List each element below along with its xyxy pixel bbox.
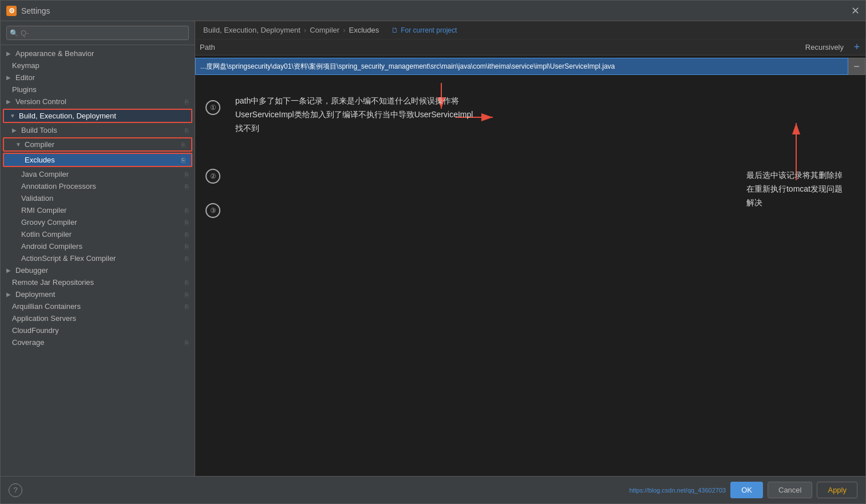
- sidebar-item-label: Excludes: [25, 156, 179, 164]
- sidebar-item-actionscript-compiler[interactable]: ActionScript & Flex Compiler ⎘: [1, 252, 195, 264]
- sidebar-item-label: Appearance & Behavior: [15, 49, 189, 58]
- for-current-project: 🗋 For current project: [392, 26, 457, 34]
- copy-icon: ⎘: [181, 141, 185, 148]
- excludes-group: Excludes ⎘: [3, 153, 192, 167]
- copy-icon: ⎘: [185, 243, 189, 250]
- breadcrumb-part3: Excludes: [349, 26, 379, 34]
- bottom-bar: ? https://blog.csdn.net/qq_43602703 OK C…: [1, 476, 865, 503]
- sidebar-item-annotation-processors[interactable]: Annotation Processors ⎘: [1, 180, 195, 192]
- copy-icon: ⎘: [185, 98, 189, 105]
- recursively-header: Recursively: [780, 43, 848, 51]
- sidebar-item-editor[interactable]: ▶ Editor: [1, 72, 195, 84]
- tree: ▶ Appearance & Behavior Keymap ▶ Editor …: [1, 45, 195, 476]
- step-3-label: ③: [210, 207, 216, 215]
- search-input[interactable]: [6, 26, 189, 40]
- expand-arrow: ▶: [6, 50, 13, 57]
- sidebar-item-label: Arquillian Containers: [12, 302, 183, 311]
- sidebar-item-coverage[interactable]: Coverage ⎘: [1, 336, 195, 348]
- breadcrumb-sep1: ›: [304, 26, 306, 34]
- sidebar-item-build-execution[interactable]: ▼ Build, Execution, Deployment: [4, 110, 191, 122]
- sidebar-item-debugger[interactable]: ▶ Debugger: [1, 264, 195, 276]
- sidebar-item-kotlin-compiler[interactable]: Kotlin Compiler ⎘: [1, 228, 195, 240]
- build-execution-group: ▼ Build, Execution, Deployment: [3, 109, 192, 123]
- sidebar-item-version-control[interactable]: ▶ Version Control ⎘: [1, 96, 195, 108]
- sidebar-item-java-compiler[interactable]: Java Compiler ⎘: [1, 168, 195, 180]
- sidebar-item-plugins[interactable]: Plugins: [1, 84, 195, 96]
- sidebar-item-keymap[interactable]: Keymap: [1, 59, 195, 72]
- project-icon: 🗋: [392, 26, 398, 34]
- settings-window: ⚙ Settings ✕ 🔍 ▶ Appearance & Behavior: [0, 0, 866, 504]
- sidebar-item-label: Compiler: [25, 140, 179, 149]
- apply-button[interactable]: Apply: [817, 482, 857, 498]
- sidebar-item-cloudfoundry[interactable]: CloudFoundry: [1, 324, 195, 336]
- expand-arrow: ▼: [15, 141, 22, 148]
- expand-arrow: ▶: [6, 74, 13, 81]
- sidebar-item-appearance[interactable]: ▶ Appearance & Behavior: [1, 47, 195, 59]
- sidebar-item-build-tools[interactable]: ▶ Build Tools ⎘: [1, 124, 195, 136]
- sidebar-item-label: Java Compiler: [21, 170, 183, 178]
- annotation-area: ① ② ③ path中多了如下一条记录，原来是小编不知道什么时候误操作将 Use…: [195, 77, 865, 476]
- titlebar-controls: ✕: [851, 5, 860, 17]
- expand-arrow: ▶: [6, 291, 13, 297]
- sidebar-item-label: ActionScript & Flex Compiler: [21, 254, 183, 263]
- copy-icon: ⎘: [185, 291, 189, 298]
- copy-icon: ⎘: [185, 183, 189, 190]
- sidebar-item-excludes[interactable]: Excludes ⎘: [4, 154, 191, 166]
- sidebar-item-label: CloudFoundry: [12, 326, 189, 335]
- table-header: Path Recursively +: [195, 39, 865, 55]
- add-button[interactable]: +: [848, 41, 865, 53]
- cancel-button[interactable]: Cancel: [768, 482, 812, 498]
- breadcrumb: Build, Execution, Deployment › Compiler …: [195, 21, 865, 39]
- sidebar-item-rmi-compiler[interactable]: RMI Compiler ⎘: [1, 204, 195, 216]
- path-row-wrapper: ...度网盘\springsecurity\day01\资料\案例项目\spri…: [195, 55, 865, 77]
- step-2: ②: [205, 169, 220, 184]
- sidebar-item-label: Plugins: [12, 85, 189, 94]
- path-value[interactable]: ...度网盘\springsecurity\day01\资料\案例项目\spri…: [195, 58, 848, 75]
- step-1-label: ①: [210, 104, 216, 112]
- sidebar-item-groovy-compiler[interactable]: Groovy Compiler ⎘: [1, 216, 195, 228]
- copy-icon: ⎘: [185, 219, 189, 226]
- sidebar-item-compiler[interactable]: ▼ Compiler ⎘: [4, 138, 191, 150]
- expand-arrow: ▶: [6, 267, 13, 273]
- search-box: 🔍: [1, 21, 195, 45]
- sidebar-item-label: RMI Compiler: [21, 206, 183, 215]
- copy-icon: ⎘: [185, 279, 189, 286]
- sidebar-item-label: Build Tools: [21, 126, 183, 134]
- ok-button[interactable]: OK: [730, 482, 763, 498]
- sidebar-item-remote-jar[interactable]: Remote Jar Repositories ⎘: [1, 276, 195, 288]
- expand-arrow: ▶: [6, 98, 13, 105]
- copy-icon: ⎘: [185, 171, 189, 178]
- sidebar-item-label: Kotlin Compiler: [21, 230, 183, 239]
- sidebar-item-label: Build, Execution, Deployment: [19, 112, 185, 120]
- sidebar-item-arquillian[interactable]: Arquillian Containers ⎘: [1, 300, 195, 312]
- search-wrapper: 🔍: [6, 26, 189, 40]
- copy-icon: ⎘: [185, 207, 189, 214]
- sidebar-item-validation[interactable]: Validation: [1, 192, 195, 204]
- expand-arrow: ▶: [12, 127, 19, 133]
- sidebar-item-app-servers[interactable]: Application Servers: [1, 312, 195, 324]
- window-title: Settings: [21, 6, 851, 15]
- sidebar-item-label: Debugger: [15, 266, 189, 275]
- compiler-group: ▼ Compiler ⎘: [3, 137, 192, 152]
- remove-button[interactable]: −: [848, 58, 865, 75]
- sidebar-item-label: Deployment: [15, 290, 183, 299]
- sidebar-item-label: Remote Jar Repositories: [12, 278, 183, 287]
- sidebar-item-label: Validation: [21, 194, 189, 203]
- step-3: ③: [205, 203, 220, 218]
- annotation-text-main: path中多了如下一条记录，原来是小编不知道什么时候误操作将 UserServi…: [235, 94, 473, 135]
- step-1: ①: [205, 100, 220, 115]
- url-hint: https://blog.csdn.net/qq_43602703: [629, 487, 726, 494]
- project-label: For current project: [401, 26, 457, 34]
- copy-icon: ⎘: [185, 127, 189, 134]
- breadcrumb-part1: Build, Execution, Deployment: [203, 26, 300, 34]
- sidebar-item-label: Android Compilers: [21, 242, 183, 251]
- help-button[interactable]: ?: [9, 483, 22, 497]
- breadcrumb-part2: Compiler: [310, 26, 339, 34]
- titlebar: ⚙ Settings ✕: [1, 1, 865, 21]
- sidebar-item-android-compilers[interactable]: Android Compilers ⎘: [1, 240, 195, 252]
- sidebar-item-label: Keymap: [12, 61, 189, 70]
- copy-icon: ⎘: [185, 303, 189, 310]
- close-button[interactable]: ✕: [851, 5, 860, 17]
- sidebar-item-label: Editor: [15, 73, 189, 82]
- sidebar-item-deployment[interactable]: ▶ Deployment ⎘: [1, 288, 195, 300]
